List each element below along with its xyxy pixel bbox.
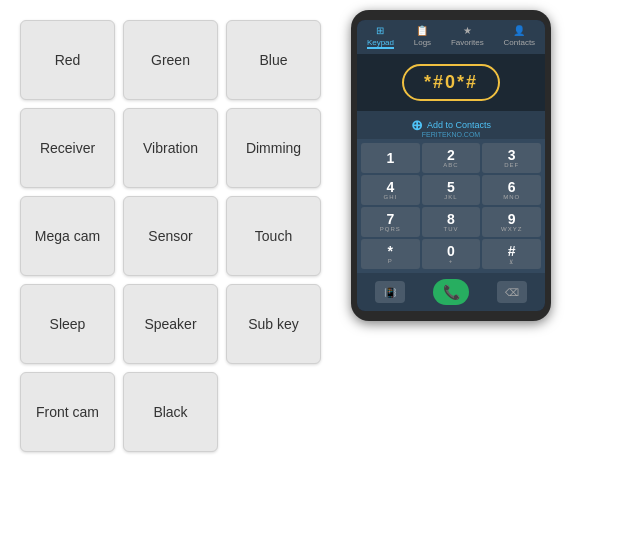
phone-mockup-container: ⊞Keypad📋Logs★Favorites👤Contacts *#0*# ⊕ … [351, 10, 551, 321]
phone-nav-bar: ⊞Keypad📋Logs★Favorites👤Contacts [357, 20, 545, 54]
key-alpha-9: P [388, 258, 393, 264]
call-button[interactable]: 📞 [433, 279, 469, 305]
key-9[interactable]: 9WXYZ [482, 207, 541, 237]
btn-mega-cam[interactable]: Mega cam [20, 196, 115, 276]
key-0[interactable]: 0+ [422, 239, 481, 269]
btn-blue[interactable]: Blue [226, 20, 321, 100]
key-alpha-2: DEF [504, 162, 519, 168]
key-alpha-6: PQRS [380, 226, 401, 232]
btn-vibration[interactable]: Vibration [123, 108, 218, 188]
key-num-3: 4 [386, 180, 394, 194]
favorites-nav-icon: ★ [463, 25, 472, 36]
key-alpha-5: MNO [503, 194, 520, 200]
btn-sensor[interactable]: Sensor [123, 196, 218, 276]
key-8[interactable]: 8TUV [422, 207, 481, 237]
nav-favorites[interactable]: ★Favorites [451, 25, 484, 49]
nav-logs[interactable]: 📋Logs [414, 25, 431, 49]
key-7[interactable]: 7PQRS [361, 207, 420, 237]
key-alpha-10: + [449, 258, 454, 264]
key-num-1: 2 [447, 148, 455, 162]
key-3[interactable]: 3DEF [482, 143, 541, 173]
phone-keypad: 12ABC3DEF4GHI5JKL6MNO7PQRS8TUV9WXYZ*P0+#… [357, 139, 545, 273]
key-1[interactable]: 1 [361, 143, 420, 173]
btn-black[interactable]: Black [123, 372, 218, 452]
btn-receiver[interactable]: Receiver [20, 108, 115, 188]
btn-red[interactable]: Red [20, 20, 115, 100]
voicemail-button[interactable]: 📳 [375, 281, 405, 303]
key-5[interactable]: 5JKL [422, 175, 481, 205]
feature-grid: RedGreenBlueReceiverVibrationDimmingMega… [10, 10, 331, 462]
key-4[interactable]: 4GHI [361, 175, 420, 205]
key-num-5: 6 [508, 180, 516, 194]
dialer-display: *#0*# [357, 54, 545, 111]
contacts-nav-label: Contacts [504, 38, 536, 47]
btn-front-cam[interactable]: Front cam [20, 372, 115, 452]
contacts-nav-icon: 👤 [513, 25, 525, 36]
btn-sub-key[interactable]: Sub key [226, 284, 321, 364]
key-6[interactable]: 6MNO [482, 175, 541, 205]
phone-screen: ⊞Keypad📋Logs★Favorites👤Contacts *#0*# ⊕ … [357, 20, 545, 311]
key-num-2: 3 [508, 148, 516, 162]
key-alpha-1: ABC [443, 162, 458, 168]
btn-dimming[interactable]: Dimming [226, 108, 321, 188]
logs-nav-label: Logs [414, 38, 431, 47]
key-alpha-4: JKL [444, 194, 457, 200]
dialer-code: *#0*# [402, 64, 500, 101]
key-num-10: 0 [447, 244, 455, 258]
backspace-button[interactable]: ⌫ [497, 281, 527, 303]
key-alpha-7: TUV [443, 226, 458, 232]
btn-speaker[interactable]: Speaker [123, 284, 218, 364]
key-num-8: 9 [508, 212, 516, 226]
add-contacts-label: Add to Contacts [427, 120, 491, 130]
key-alpha-8: WXYZ [501, 226, 522, 232]
add-contacts-bar[interactable]: ⊕ Add to Contacts FERITEKNO.COM [357, 111, 545, 139]
logs-nav-icon: 📋 [416, 25, 428, 36]
btn-green[interactable]: Green [123, 20, 218, 100]
key-2[interactable]: 2ABC [422, 143, 481, 173]
phone-mockup: ⊞Keypad📋Logs★Favorites👤Contacts *#0*# ⊕ … [351, 10, 551, 321]
favorites-nav-label: Favorites [451, 38, 484, 47]
key-num-6: 7 [386, 212, 394, 226]
key-num-9: * [388, 244, 393, 258]
nav-keypad[interactable]: ⊞Keypad [367, 25, 394, 49]
watermark: FERITEKNO.COM [422, 131, 480, 138]
key-num-11: # [508, 244, 516, 258]
btn-touch[interactable]: Touch [226, 196, 321, 276]
keypad-nav-label: Keypad [367, 38, 394, 47]
key-alpha-3: GHI [383, 194, 397, 200]
key-num-7: 8 [447, 212, 455, 226]
keypad-nav-icon: ⊞ [376, 25, 384, 36]
btn-sleep[interactable]: Sleep [20, 284, 115, 364]
nav-contacts[interactable]: 👤Contacts [504, 25, 536, 49]
key-*[interactable]: *P [361, 239, 420, 269]
key-alpha-11: ⊻ [509, 258, 514, 265]
key-#[interactable]: #⊻ [482, 239, 541, 269]
key-num-0: 1 [386, 151, 394, 165]
empty-cell [226, 372, 321, 452]
key-num-4: 5 [447, 180, 455, 194]
action-bar: 📳 📞 ⌫ [357, 273, 545, 311]
